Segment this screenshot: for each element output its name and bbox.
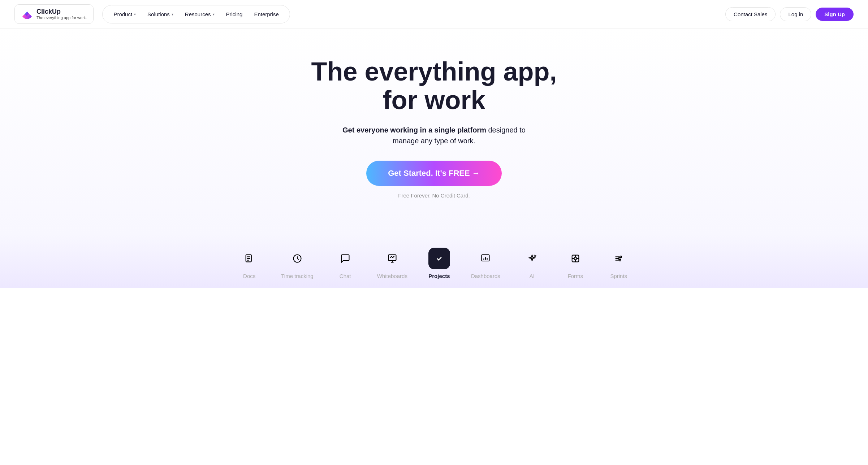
login-button[interactable]: Log in (780, 7, 811, 21)
svg-rect-8 (435, 255, 443, 262)
logo-text: ClickUp The everything app for work. (36, 8, 87, 20)
feature-label-time-tracking: Time tracking (281, 273, 313, 279)
hero-title: The everything app, for work (308, 57, 561, 114)
forms-icon (570, 253, 580, 264)
nav-links: Product ▾ Solutions ▾ Resources ▾ Pricin… (102, 5, 290, 23)
sprints-icon (614, 253, 624, 264)
svg-point-17 (619, 260, 621, 261)
feature-label-chat: Chat (340, 273, 351, 279)
logo[interactable]: ClickUp The everything app for work. (14, 4, 94, 24)
feature-docs[interactable]: Docs (228, 242, 271, 288)
clock-icon (292, 253, 302, 264)
whiteboard-icon (387, 253, 397, 264)
feature-label-ai: AI (530, 273, 535, 279)
chevron-down-icon: ▾ (213, 12, 215, 16)
nav-left: ClickUp The everything app for work. Pro… (14, 4, 290, 24)
signup-button[interactable]: Sign Up (816, 8, 854, 21)
projects-check-icon (434, 253, 444, 264)
nav-resources[interactable]: Resources ▾ (180, 8, 220, 20)
feature-projects[interactable]: Projects (418, 242, 461, 288)
hero-note: Free Forever. No Credit Card. (398, 192, 470, 199)
brand-tagline: The everything app for work. (36, 16, 87, 20)
feature-forms[interactable]: Forms (554, 242, 597, 288)
nav-product[interactable]: Product ▾ (108, 8, 141, 20)
nav-solutions[interactable]: Solutions ▾ (142, 8, 178, 20)
svg-point-15 (620, 256, 622, 258)
navbar: ClickUp The everything app for work. Pro… (0, 0, 868, 29)
contact-sales-button[interactable]: Contact Sales (725, 7, 776, 21)
feature-label-forms: Forms (568, 273, 583, 279)
feature-label-projects: Projects (428, 273, 450, 279)
feature-dashboards[interactable]: Dashboards (461, 242, 510, 288)
features-row: Docs Time tracking Chat (0, 235, 868, 288)
hero-subtitle: Get everyone working in a single platfor… (329, 125, 539, 146)
dashboard-icon (480, 253, 491, 264)
chevron-down-icon: ▾ (134, 12, 136, 16)
feature-sprints[interactable]: Sprints (597, 242, 640, 288)
chevron-down-icon: ▾ (172, 12, 173, 16)
feature-label-whiteboards: Whiteboards (377, 273, 407, 279)
chat-icon (340, 253, 350, 264)
cta-button[interactable]: Get Started. It's FREE → (366, 161, 502, 186)
ai-sparkle-icon (527, 253, 537, 264)
docs-icon (244, 253, 254, 264)
brand-name: ClickUp (36, 8, 87, 16)
feature-whiteboards[interactable]: Whiteboards (367, 242, 418, 288)
feature-chat[interactable]: Chat (324, 242, 367, 288)
feature-label-dashboards: Dashboards (471, 273, 500, 279)
feature-label-docs: Docs (243, 273, 255, 279)
hero-section: The everything app, for work Get everyon… (0, 29, 868, 235)
nav-right: Contact Sales Log in Sign Up (725, 7, 854, 21)
feature-label-sprints: Sprints (610, 273, 627, 279)
nav-enterprise[interactable]: Enterprise (249, 8, 284, 20)
svg-point-11 (574, 257, 576, 260)
feature-ai[interactable]: AI (510, 242, 554, 288)
clickup-logo-icon (21, 8, 33, 20)
nav-pricing[interactable]: Pricing (221, 8, 248, 20)
feature-time-tracking[interactable]: Time tracking (271, 242, 323, 288)
